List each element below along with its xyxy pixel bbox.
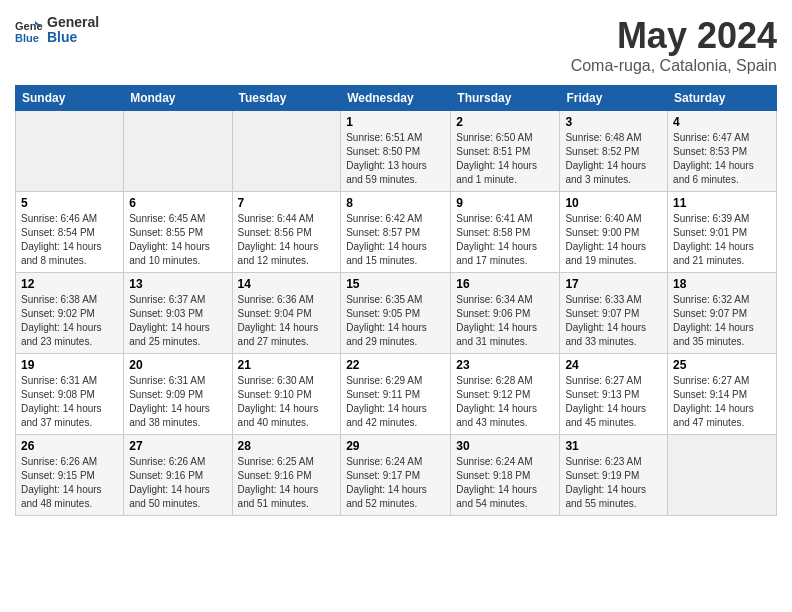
- day-number: 14: [238, 277, 336, 291]
- day-number: 8: [346, 196, 445, 210]
- day-number: 22: [346, 358, 445, 372]
- header-day-friday: Friday: [560, 86, 668, 111]
- calendar-cell: 24Sunrise: 6:27 AMSunset: 9:13 PMDayligh…: [560, 354, 668, 435]
- day-number: 19: [21, 358, 118, 372]
- day-number: 15: [346, 277, 445, 291]
- calendar-cell: 20Sunrise: 6:31 AMSunset: 9:09 PMDayligh…: [124, 354, 232, 435]
- day-info: Sunrise: 6:36 AMSunset: 9:04 PMDaylight:…: [238, 293, 336, 349]
- day-info: Sunrise: 6:41 AMSunset: 8:58 PMDaylight:…: [456, 212, 554, 268]
- day-info: Sunrise: 6:50 AMSunset: 8:51 PMDaylight:…: [456, 131, 554, 187]
- logo-text-general: General: [47, 15, 99, 30]
- day-number: 23: [456, 358, 554, 372]
- day-info: Sunrise: 6:26 AMSunset: 9:16 PMDaylight:…: [129, 455, 226, 511]
- calendar-cell: 4Sunrise: 6:47 AMSunset: 8:53 PMDaylight…: [668, 111, 777, 192]
- week-row-2: 5Sunrise: 6:46 AMSunset: 8:54 PMDaylight…: [16, 192, 777, 273]
- day-number: 5: [21, 196, 118, 210]
- day-number: 26: [21, 439, 118, 453]
- day-info: Sunrise: 6:31 AMSunset: 9:09 PMDaylight:…: [129, 374, 226, 430]
- calendar-cell: 19Sunrise: 6:31 AMSunset: 9:08 PMDayligh…: [16, 354, 124, 435]
- calendar-header: SundayMondayTuesdayWednesdayThursdayFrid…: [16, 86, 777, 111]
- header-row: SundayMondayTuesdayWednesdayThursdayFrid…: [16, 86, 777, 111]
- calendar-cell: 30Sunrise: 6:24 AMSunset: 9:18 PMDayligh…: [451, 435, 560, 516]
- calendar-cell: 1Sunrise: 6:51 AMSunset: 8:50 PMDaylight…: [341, 111, 451, 192]
- day-number: 10: [565, 196, 662, 210]
- calendar-cell: 26Sunrise: 6:26 AMSunset: 9:15 PMDayligh…: [16, 435, 124, 516]
- day-number: 30: [456, 439, 554, 453]
- week-row-5: 26Sunrise: 6:26 AMSunset: 9:15 PMDayligh…: [16, 435, 777, 516]
- calendar-cell: 25Sunrise: 6:27 AMSunset: 9:14 PMDayligh…: [668, 354, 777, 435]
- logo-icon: General Blue: [15, 16, 43, 44]
- day-number: 18: [673, 277, 771, 291]
- calendar-cell: 22Sunrise: 6:29 AMSunset: 9:11 PMDayligh…: [341, 354, 451, 435]
- day-info: Sunrise: 6:27 AMSunset: 9:13 PMDaylight:…: [565, 374, 662, 430]
- calendar-cell: 10Sunrise: 6:40 AMSunset: 9:00 PMDayligh…: [560, 192, 668, 273]
- calendar-cell: 6Sunrise: 6:45 AMSunset: 8:55 PMDaylight…: [124, 192, 232, 273]
- day-info: Sunrise: 6:31 AMSunset: 9:08 PMDaylight:…: [21, 374, 118, 430]
- day-number: 4: [673, 115, 771, 129]
- calendar-cell: 14Sunrise: 6:36 AMSunset: 9:04 PMDayligh…: [232, 273, 341, 354]
- day-info: Sunrise: 6:32 AMSunset: 9:07 PMDaylight:…: [673, 293, 771, 349]
- calendar-cell: 15Sunrise: 6:35 AMSunset: 9:05 PMDayligh…: [341, 273, 451, 354]
- day-number: 21: [238, 358, 336, 372]
- calendar-cell: 5Sunrise: 6:46 AMSunset: 8:54 PMDaylight…: [16, 192, 124, 273]
- header-day-wednesday: Wednesday: [341, 86, 451, 111]
- calendar-table: SundayMondayTuesdayWednesdayThursdayFrid…: [15, 85, 777, 516]
- calendar-cell: [16, 111, 124, 192]
- header-day-thursday: Thursday: [451, 86, 560, 111]
- day-number: 27: [129, 439, 226, 453]
- day-info: Sunrise: 6:45 AMSunset: 8:55 PMDaylight:…: [129, 212, 226, 268]
- day-info: Sunrise: 6:23 AMSunset: 9:19 PMDaylight:…: [565, 455, 662, 511]
- logo-text-blue: Blue: [47, 30, 99, 45]
- day-number: 12: [21, 277, 118, 291]
- day-number: 16: [456, 277, 554, 291]
- day-info: Sunrise: 6:35 AMSunset: 9:05 PMDaylight:…: [346, 293, 445, 349]
- day-number: 3: [565, 115, 662, 129]
- day-info: Sunrise: 6:26 AMSunset: 9:15 PMDaylight:…: [21, 455, 118, 511]
- day-info: Sunrise: 6:34 AMSunset: 9:06 PMDaylight:…: [456, 293, 554, 349]
- day-info: Sunrise: 6:29 AMSunset: 9:11 PMDaylight:…: [346, 374, 445, 430]
- day-info: Sunrise: 6:38 AMSunset: 9:02 PMDaylight:…: [21, 293, 118, 349]
- calendar-body: 1Sunrise: 6:51 AMSunset: 8:50 PMDaylight…: [16, 111, 777, 516]
- week-row-3: 12Sunrise: 6:38 AMSunset: 9:02 PMDayligh…: [16, 273, 777, 354]
- day-info: Sunrise: 6:39 AMSunset: 9:01 PMDaylight:…: [673, 212, 771, 268]
- svg-text:General: General: [15, 20, 43, 32]
- day-info: Sunrise: 6:27 AMSunset: 9:14 PMDaylight:…: [673, 374, 771, 430]
- day-info: Sunrise: 6:25 AMSunset: 9:16 PMDaylight:…: [238, 455, 336, 511]
- header-day-sunday: Sunday: [16, 86, 124, 111]
- day-info: Sunrise: 6:40 AMSunset: 9:00 PMDaylight:…: [565, 212, 662, 268]
- calendar-cell: 3Sunrise: 6:48 AMSunset: 8:52 PMDaylight…: [560, 111, 668, 192]
- main-title: May 2024: [571, 15, 777, 57]
- day-info: Sunrise: 6:33 AMSunset: 9:07 PMDaylight:…: [565, 293, 662, 349]
- calendar-cell: 8Sunrise: 6:42 AMSunset: 8:57 PMDaylight…: [341, 192, 451, 273]
- day-info: Sunrise: 6:24 AMSunset: 9:17 PMDaylight:…: [346, 455, 445, 511]
- subtitle: Coma-ruga, Catalonia, Spain: [571, 57, 777, 75]
- day-number: 11: [673, 196, 771, 210]
- calendar-cell: 23Sunrise: 6:28 AMSunset: 9:12 PMDayligh…: [451, 354, 560, 435]
- day-number: 24: [565, 358, 662, 372]
- calendar-cell: 28Sunrise: 6:25 AMSunset: 9:16 PMDayligh…: [232, 435, 341, 516]
- logo: General Blue General Blue: [15, 15, 99, 46]
- calendar-cell: 21Sunrise: 6:30 AMSunset: 9:10 PMDayligh…: [232, 354, 341, 435]
- day-info: Sunrise: 6:28 AMSunset: 9:12 PMDaylight:…: [456, 374, 554, 430]
- day-info: Sunrise: 6:42 AMSunset: 8:57 PMDaylight:…: [346, 212, 445, 268]
- page-header: General Blue General Blue May 2024 Coma-…: [15, 15, 777, 75]
- day-number: 28: [238, 439, 336, 453]
- calendar-cell: [124, 111, 232, 192]
- day-number: 9: [456, 196, 554, 210]
- header-day-monday: Monday: [124, 86, 232, 111]
- day-number: 6: [129, 196, 226, 210]
- calendar-cell: 31Sunrise: 6:23 AMSunset: 9:19 PMDayligh…: [560, 435, 668, 516]
- day-number: 20: [129, 358, 226, 372]
- calendar-cell: [668, 435, 777, 516]
- calendar-cell: 11Sunrise: 6:39 AMSunset: 9:01 PMDayligh…: [668, 192, 777, 273]
- week-row-1: 1Sunrise: 6:51 AMSunset: 8:50 PMDaylight…: [16, 111, 777, 192]
- header-day-saturday: Saturday: [668, 86, 777, 111]
- day-number: 25: [673, 358, 771, 372]
- calendar-cell: 16Sunrise: 6:34 AMSunset: 9:06 PMDayligh…: [451, 273, 560, 354]
- calendar-cell: 13Sunrise: 6:37 AMSunset: 9:03 PMDayligh…: [124, 273, 232, 354]
- day-number: 31: [565, 439, 662, 453]
- day-number: 17: [565, 277, 662, 291]
- day-info: Sunrise: 6:51 AMSunset: 8:50 PMDaylight:…: [346, 131, 445, 187]
- calendar-cell: 12Sunrise: 6:38 AMSunset: 9:02 PMDayligh…: [16, 273, 124, 354]
- day-info: Sunrise: 6:47 AMSunset: 8:53 PMDaylight:…: [673, 131, 771, 187]
